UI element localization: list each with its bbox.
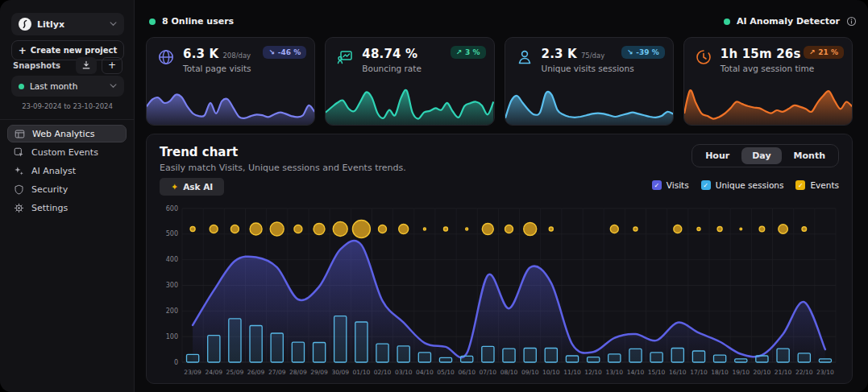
stat-per-day: 75/day — [581, 52, 604, 60]
user-icon — [515, 47, 534, 67]
sparkline-chart — [147, 83, 314, 125]
svg-text:30/09: 30/09 — [331, 369, 349, 376]
checkbox-checked-icon[interactable] — [795, 180, 805, 190]
svg-text:01/10: 01/10 — [353, 369, 371, 376]
snapshots-header: Snapshots — [13, 56, 123, 74]
svg-text:12/10: 12/10 — [584, 369, 602, 376]
svg-text:200: 200 — [166, 307, 178, 315]
export-snapshot-button[interactable] — [76, 57, 97, 74]
ai-sparkles-icon — [13, 166, 24, 177]
svg-text:17/10: 17/10 — [690, 369, 708, 376]
ai-anomaly-detector-status: AI Anomaly Detector — [724, 16, 857, 27]
stat-label: Total page visits — [183, 64, 251, 73]
checkbox-checked-icon[interactable] — [652, 180, 662, 190]
sparkline-chart — [684, 83, 852, 125]
stat-value: 48.74 % — [362, 47, 417, 61]
svg-text:02/10: 02/10 — [374, 369, 392, 376]
svg-text:04/10: 04/10 — [416, 369, 434, 376]
green-dot-icon — [149, 19, 156, 25]
svg-text:08/10: 08/10 — [500, 369, 518, 376]
create-project-label: Create new project — [31, 46, 117, 55]
svg-text:09/10: 09/10 — [521, 369, 539, 376]
legend-events[interactable]: Events — [795, 180, 839, 190]
trend-badge: ↗21 % — [804, 46, 844, 59]
svg-text:20/10: 20/10 — [754, 369, 771, 376]
trend-combo-chart: 010020030040050060023/0924/0925/0926/092… — [160, 202, 841, 378]
trend-up-icon: ↗ — [456, 48, 463, 56]
legend-visits[interactable]: Visits — [652, 180, 689, 190]
legend-unique-sessions[interactable]: Unique sessions — [701, 180, 784, 190]
snapshots-label: Snapshots — [13, 61, 71, 70]
presentation-icon — [335, 47, 355, 67]
chart-legend: Visits Unique sessions Events — [652, 180, 839, 190]
sidebar-item-security[interactable]: Security — [7, 181, 127, 198]
sidebar-item-web-analytics[interactable]: Web Analytics — [7, 125, 127, 142]
chevron-down-icon — [110, 84, 117, 89]
svg-text:500: 500 — [166, 230, 178, 237]
litlyx-logo-icon — [19, 18, 31, 31]
green-dot-icon — [724, 19, 730, 25]
sidebar-item-label: AI Analyst — [31, 166, 76, 176]
checkbox-checked-icon[interactable] — [701, 180, 711, 190]
svg-text:18/10: 18/10 — [711, 369, 729, 376]
gear-icon — [13, 203, 24, 214]
svg-text:23/09: 23/09 — [184, 369, 201, 376]
legend-label: Visits — [667, 180, 689, 190]
svg-text:29/09: 29/09 — [310, 369, 328, 376]
snapshot-selected: Last month — [30, 81, 104, 91]
sidebar-item-label: Web Analytics — [32, 129, 94, 139]
stat-cards-row: 6.3 K208/day Total page visits ↘-46 % 48… — [146, 37, 853, 126]
chevron-down-icon — [110, 22, 117, 27]
sparkline-chart — [326, 83, 493, 125]
svg-text:100: 100 — [166, 333, 178, 340]
trend-badge: ↘-39 % — [621, 46, 665, 59]
sidebar-item-custom-events[interactable]: Custom Events — [7, 144, 127, 161]
badge-value: 3 % — [465, 48, 480, 56]
project-selector[interactable]: Litlyx — [11, 13, 124, 35]
svg-text:13/10: 13/10 — [605, 369, 623, 376]
legend-label: Unique sessions — [716, 180, 784, 190]
download-icon — [81, 60, 91, 70]
anomaly-detector-label: AI Anomaly Detector — [737, 16, 840, 27]
stat-card-avg-session-time: 1h 15m 26s Total avg session time ↗21 % — [683, 37, 853, 126]
svg-text:03/10: 03/10 — [395, 369, 413, 376]
trend-up-icon: ↗ — [809, 48, 816, 56]
stat-per-day: 208/day — [222, 52, 251, 60]
stat-label: Bouncing rate — [362, 64, 422, 73]
stat-value: 1h 15m 26s — [721, 47, 801, 61]
plus-icon — [19, 45, 27, 56]
tab-day[interactable]: Day — [741, 147, 781, 164]
stat-value: 2.3 K — [542, 47, 577, 61]
sidebar-item-settings[interactable]: Settings — [7, 200, 127, 217]
svg-text:26/09: 26/09 — [247, 369, 265, 376]
sparkline-chart — [505, 83, 673, 125]
trend-chart-card: Trend chart Easily match Visits, Unique … — [146, 134, 853, 384]
trend-title: Trend chart — [160, 145, 238, 159]
ask-ai-button[interactable]: ✦ Ask AI — [160, 178, 224, 196]
svg-text:11/10: 11/10 — [563, 369, 581, 376]
trend-subtitle: Easily match Visits, Unique sessions and… — [160, 163, 406, 173]
add-snapshot-button[interactable] — [102, 57, 123, 74]
badge-value: 21 % — [818, 48, 838, 56]
svg-text:16/10: 16/10 — [669, 369, 687, 376]
online-users-label: 8 Online users — [162, 16, 234, 27]
badge-value: -46 % — [278, 48, 301, 56]
sidebar-item-ai-analyst[interactable]: AI Analyst — [7, 163, 127, 179]
interval-tabs: Hour Day Month — [691, 144, 839, 167]
tab-hour[interactable]: Hour — [695, 147, 740, 164]
svg-text:15/10: 15/10 — [648, 369, 666, 376]
svg-text:24/09: 24/09 — [205, 369, 222, 376]
svg-text:25/09: 25/09 — [226, 369, 244, 376]
sparkle-icon: ✦ — [171, 182, 178, 192]
online-users-status: 8 Online users — [149, 16, 234, 27]
app-window: Litlyx Create new project Snapshots Last… — [0, 0, 868, 392]
timer-icon — [694, 47, 713, 67]
divider — [0, 119, 134, 120]
stat-value: 6.3 K — [183, 47, 218, 61]
tab-month[interactable]: Month — [783, 147, 836, 164]
snapshot-selector[interactable]: Last month — [11, 76, 124, 97]
svg-text:0: 0 — [174, 359, 178, 366]
svg-text:06/10: 06/10 — [458, 369, 476, 376]
green-dot-icon — [19, 84, 24, 89]
info-icon[interactable] — [846, 16, 857, 27]
